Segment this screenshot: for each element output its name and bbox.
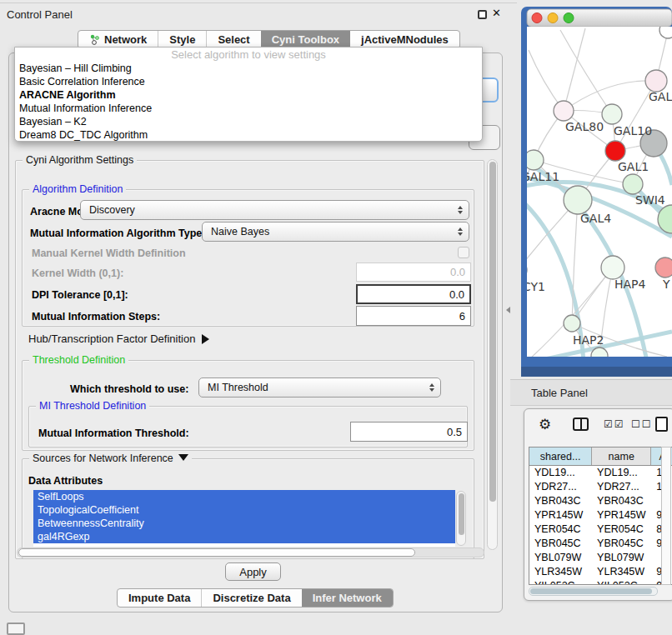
data-attribute-item[interactable]: BetweennessCentrality [33,517,455,530]
tab-impute-data-label: Impute Data [128,592,190,604]
mi-threshold-field[interactable]: 0.5 [350,422,468,442]
apply-button[interactable]: Apply [225,562,281,581]
algorithm-option[interactable]: Mutual Information Inference [15,102,482,115]
algorithm-dropdown-popup: Select algorithm to view settings Bayesi… [14,47,483,142]
network-node-gal4[interactable] [564,186,592,214]
table-cell: YBL079W [529,551,592,565]
algorithm-option[interactable]: Basic Correlation Inference [15,75,482,88]
algorithm-option[interactable]: Dream8 DC_TDC Algorithm [15,128,482,142]
mi-steps-field[interactable]: 6 [356,306,471,326]
network-node-hap2[interactable] [564,315,580,332]
panel-divider-handle[interactable] [506,307,510,313]
algorithm-option[interactable]: ARACNE Algorithm [15,88,482,102]
tab-style[interactable]: Style [158,31,206,48]
tab-infer-network[interactable]: Infer Network [302,589,393,607]
table-hscroll-thumb[interactable] [530,588,652,594]
table-cell: YPR145W [592,508,651,522]
algorithm-dropdown-placeholder: Select algorithm to view settings [15,48,482,62]
data-attribute-item[interactable]: SelfLoops [33,490,455,503]
table-vertical-scrollbar[interactable] [661,447,671,585]
network-node-label: HAP2 [573,333,604,347]
mi-type-combo[interactable]: Naive Bayes [202,222,469,242]
split-columns-icon[interactable] [573,418,589,431]
attributes-vertical-scrollbar[interactable] [456,491,466,546]
table-row[interactable]: YBR045CYBR045C9. [529,537,672,551]
tab-select-label: Select [218,33,249,46]
collapse-down-icon[interactable] [178,454,188,461]
float-panel-icon[interactable] [478,10,487,19]
settings-vertical-scrollbar[interactable] [487,159,498,550]
network-node-gal10[interactable] [602,104,622,124]
which-threshold-combo[interactable]: MI Threshold [198,378,441,398]
table-row[interactable]: YDR27...YDR27...12 [529,480,672,494]
network-node-hap4[interactable] [601,256,624,279]
window-zoom-button[interactable] [564,13,574,23]
dpi-tolerance-label: DPI Tolerance [0,1]: [32,289,128,301]
table-cell: YLR345W [592,565,651,579]
network-node-swi4[interactable] [623,174,643,194]
data-attributes-list[interactable]: SelfLoopsTopologicalCoefficientBetweenne… [33,490,455,547]
network-node-gal1[interactable] [605,141,625,161]
table-cell: YIL052C [592,579,651,585]
hub-definition-toggle[interactable]: Hub/Transcription Factor Definition [28,332,209,345]
network-node-y[interactable] [655,258,672,278]
window-close-button[interactable] [532,13,542,23]
table-cell: YPR145W [529,508,592,522]
algorithm-option[interactable]: Bayesian – Hill Climbing [15,62,482,75]
table-rows: YDL19...YDL19...13YDR27...YDR27...12YBR0… [529,466,672,585]
table-row[interactable]: YBR043CYBR043C [529,494,672,508]
table-row[interactable]: YER054CYER054C8. [529,522,672,537]
sources-title: Sources for Network Inference [29,452,192,464]
table-cell: YDL19... [592,466,651,480]
network-node-gal[interactable] [645,70,667,92]
table-cell: YBL079W [592,551,651,565]
select-all-checkboxes-icon[interactable]: ☑☑ [604,418,625,430]
network-view-window: GALGAL80GAL10GAL1GAL11SWI4GAL4HAP4YGCY1H… [517,0,672,385]
network-node-label: GAL10 [614,124,652,138]
attributes-scroll-thumb[interactable] [459,493,464,535]
network-node-gal80[interactable] [554,101,574,121]
network-icon [89,34,100,45]
table-cell: YDR27... [529,480,592,494]
table-column-header[interactable]: shared... [529,448,592,465]
settings-hscroll-thumb[interactable] [18,548,415,557]
gear-icon[interactable]: ⚙ [539,416,551,432]
spinner-arrows-icon [429,383,434,392]
data-attribute-item[interactable]: gal4RGexp [33,530,455,543]
bottom-corner-icon[interactable] [7,622,25,635]
settings-scroll-thumb[interactable] [489,162,496,502]
table-cell: YER054C [592,522,651,537]
settings-horizontal-scrollbar[interactable] [17,548,484,558]
window-minimize-button[interactable] [548,13,558,23]
table-row[interactable]: YLR345WYLR345W9. [529,565,672,579]
table-horizontal-scrollbar[interactable] [529,587,658,596]
tab-impute-data[interactable]: Impute Data [118,589,201,607]
close-panel-icon[interactable]: ✕ [492,7,501,19]
tab-select[interactable]: Select [206,31,260,48]
table-row[interactable]: YIL052CYIL052C9 [529,579,672,585]
table-cell: YIL052C [529,579,592,585]
table-column-header[interactable]: name [592,448,651,465]
spinner-arrows-icon [458,206,463,214]
table-row[interactable]: YDL19...YDL19...13 [529,466,672,480]
network-node-label: GAL [649,90,672,103]
data-attribute-item[interactable]: TopologicalCoefficient [33,503,455,517]
algorithm-option[interactable]: Bayesian – K2 [15,115,482,128]
new-table-icon[interactable] [655,417,668,432]
tab-discretize-data[interactable]: Discretize Data [201,589,301,607]
which-threshold-label: Which threshold to use: [70,383,188,395]
table-cell: YDR27... [592,480,651,494]
tab-network[interactable]: Network [78,31,158,48]
tab-style-label: Style [169,33,195,46]
network-node-label: Y [662,278,670,291]
table-row[interactable]: YPR145WYPR145W9. [529,508,672,522]
tab-jactivemnodules[interactable]: jActiveMNodules [350,31,459,48]
manual-kernel-checkbox[interactable] [458,247,469,258]
aracne-mode-combo[interactable]: Discovery [80,200,469,220]
tab-cyni-toolbox[interactable]: Cyni Toolbox [261,31,350,48]
hub-definition-label: Hub/Transcription Factor Definition [28,332,195,345]
deselect-all-checkboxes-icon[interactable]: ☐☐ [631,418,653,430]
table-row[interactable]: YBL079WYBL079W [529,551,672,565]
kernel-width-field[interactable]: 0.0 [356,262,471,282]
dpi-tolerance-field[interactable]: 0.0 [356,284,471,304]
